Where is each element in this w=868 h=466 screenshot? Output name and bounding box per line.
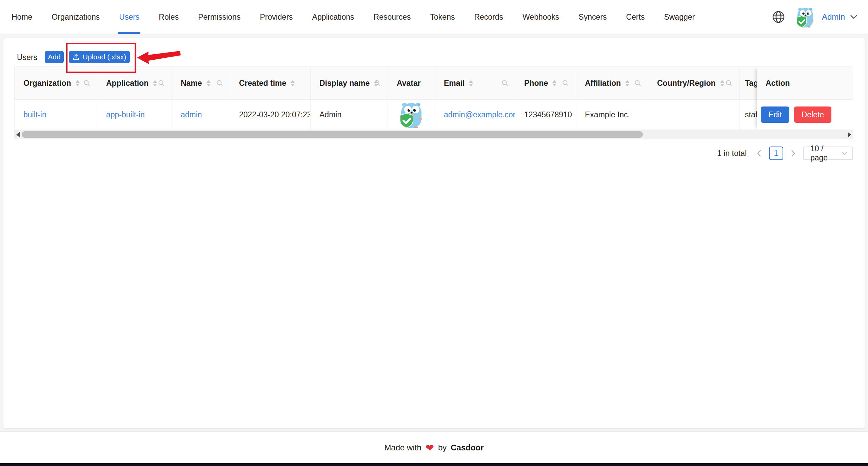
column-label: Avatar (397, 79, 421, 88)
pagination: 1 in total 1 10 / page (717, 147, 853, 160)
nav-item-tokens[interactable]: Tokens (430, 0, 455, 34)
nav-item-records[interactable]: Records (474, 0, 503, 34)
column-label: Phone (524, 79, 548, 88)
cell-name: admin (172, 100, 230, 130)
nav-item-roles[interactable]: Roles (159, 0, 179, 34)
page-footer: Made with ❤ by Casdoor (0, 431, 868, 463)
user-avatar[interactable] (795, 6, 816, 27)
search-icon[interactable] (374, 80, 381, 86)
users-table: Organization Application Name Created ti… (14, 66, 853, 130)
column-header-country-region[interactable]: Country/Region (648, 67, 739, 99)
sorter-icon[interactable] (720, 80, 724, 86)
column-label: Country/Region (657, 79, 716, 88)
user-menu-label[interactable]: Admin (822, 12, 845, 22)
casdoor-brand-link[interactable]: Casdoor (451, 443, 484, 452)
cell-country-region (648, 100, 739, 130)
column-header-phone[interactable]: Phone (515, 67, 576, 99)
nav-item-swagger[interactable]: Swagger (664, 0, 695, 34)
column-header-organization[interactable]: Organization (15, 67, 97, 99)
nav-item-home[interactable]: Home (12, 0, 32, 34)
column-header-action: Action (757, 66, 853, 100)
cell-email: admin@example.com (435, 100, 515, 130)
column-header-name[interactable]: Name (172, 67, 230, 99)
nav-item-organizations[interactable]: Organizations (52, 0, 100, 34)
users-card: Users Add Upload (.xlsx) Organization Ap (3, 38, 865, 428)
nav-right-group: Admin (772, 0, 858, 34)
nav-item-certs[interactable]: Certs (626, 0, 645, 34)
column-label: Application (106, 79, 149, 88)
chevron-down-icon[interactable] (850, 14, 858, 20)
column-header-avatar: Avatar (388, 67, 435, 99)
sorter-icon[interactable] (206, 80, 211, 86)
column-header-email[interactable]: Email (435, 67, 515, 99)
pagination-page-1[interactable]: 1 (769, 147, 783, 160)
created-time-value: 2022-03-20 20:07:23 (239, 110, 311, 119)
pagination-total: 1 in total (717, 149, 747, 158)
footer-by: by (438, 443, 447, 452)
globe-icon[interactable] (772, 10, 785, 24)
nav-item-applications[interactable]: Applications (312, 0, 354, 34)
heart-icon: ❤ (426, 443, 434, 453)
bottom-edge-bar (0, 463, 868, 466)
nav-menu: Home Organizations Users Roles Permissio… (12, 0, 695, 34)
add-button[interactable]: Add (45, 51, 64, 63)
search-icon[interactable] (562, 80, 569, 86)
sorter-icon[interactable] (76, 80, 80, 86)
search-icon[interactable] (83, 80, 90, 86)
scrollbar-thumb[interactable] (22, 131, 643, 138)
footer-made-with: Made with (384, 443, 421, 452)
search-icon[interactable] (634, 80, 641, 86)
search-icon[interactable] (216, 80, 223, 86)
table-row-admin: built-in app-built-in admin 2022-03-20 2… (14, 100, 853, 130)
nav-item-permissions[interactable]: Permissions (198, 0, 240, 34)
search-icon[interactable] (501, 80, 508, 86)
column-header-affiliation[interactable]: Affiliation (576, 67, 648, 99)
column-header-application[interactable]: Application (97, 67, 172, 99)
nav-item-syncers[interactable]: Syncers (578, 0, 607, 34)
email-link[interactable]: admin@example.com (444, 110, 515, 119)
cell-display-name: Admin (311, 100, 388, 130)
chevron-right-icon[interactable] (788, 147, 798, 160)
user-name-link[interactable]: admin (181, 110, 202, 119)
row-avatar-image[interactable] (398, 101, 425, 128)
column-header-created-time[interactable]: Created time (230, 67, 311, 99)
display-name-value: Admin (319, 110, 341, 119)
column-label: Created time (239, 79, 286, 88)
nav-item-resources[interactable]: Resources (374, 0, 411, 34)
column-label: Action (766, 79, 790, 88)
column-label: Organization (23, 79, 71, 88)
nav-item-users[interactable]: Users (119, 0, 139, 34)
search-icon[interactable] (726, 80, 732, 86)
top-nav: Home Organizations Users Roles Permissio… (0, 0, 868, 34)
organization-link[interactable]: built-in (23, 110, 46, 119)
sorter-icon[interactable] (552, 80, 556, 86)
cell-avatar (388, 100, 435, 130)
phone-value: 12345678910 (524, 110, 572, 119)
chevron-left-icon[interactable] (754, 147, 764, 160)
sorter-icon[interactable] (625, 80, 629, 86)
nav-item-providers[interactable]: Providers (260, 0, 293, 34)
column-label: Display name (319, 79, 370, 88)
horizontal-scrollbar[interactable] (14, 130, 853, 139)
search-icon[interactable] (158, 80, 165, 86)
delete-button[interactable]: Delete (794, 106, 831, 123)
edit-button[interactable]: Edit (761, 106, 789, 123)
column-header-display-name[interactable]: Display name (311, 67, 388, 99)
page-size-value: 10 / page (810, 144, 841, 162)
page-size-select[interactable]: 10 / page (803, 147, 853, 160)
cell-affiliation: Example Inc. (576, 100, 648, 130)
cell-phone: 12345678910 (515, 100, 576, 130)
nav-item-webhooks[interactable]: Webhooks (522, 0, 559, 34)
sorter-icon[interactable] (291, 80, 295, 86)
sorter-icon[interactable] (469, 80, 473, 86)
upload-xlsx-button[interactable]: Upload (.xlsx) (69, 51, 130, 63)
scroll-right-arrow-icon[interactable] (848, 132, 851, 137)
application-link[interactable]: app-built-in (106, 110, 145, 119)
table-header-row: Organization Application Name Created ti… (14, 66, 853, 100)
scroll-left-arrow-icon[interactable] (16, 132, 20, 137)
upload-icon (73, 54, 80, 61)
casdoor-users-page: Home Organizations Users Roles Permissio… (0, 0, 868, 466)
sorter-icon[interactable] (153, 80, 157, 86)
cell-created-time: 2022-03-20 20:07:23 (230, 100, 311, 130)
page-title: Users (17, 53, 37, 62)
